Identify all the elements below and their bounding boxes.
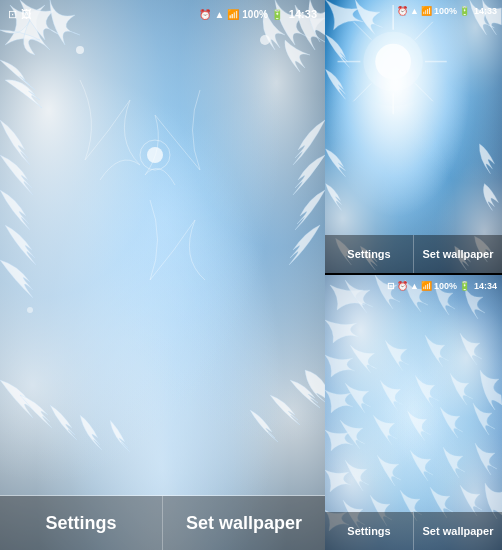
signal-icon-rb: 📶 — [421, 281, 432, 291]
svg-point-3 — [260, 35, 270, 45]
status-bar-right-bottom: ⊡ ⏰ ▲ 📶 100% 🔋 14:34 — [325, 275, 502, 297]
time-rt: 14:33 — [474, 6, 497, 16]
alarm-icon-rt: ⏰ — [397, 6, 408, 16]
wifi-icon-rt: ▲ — [410, 6, 419, 16]
signal-icon: 📶 — [227, 9, 239, 20]
settings-button-right-top[interactable]: Settings — [325, 235, 414, 273]
screenshot-icon: ⊡ — [8, 8, 17, 21]
bottom-bar-right-top: Settings Set wallpaper — [325, 235, 502, 273]
battery-icon-rb: 🔋 — [459, 281, 470, 291]
bottom-bar-right-bottom: Settings Set wallpaper — [325, 512, 502, 550]
bottom-bar-left: Settings Set wallpaper — [0, 495, 325, 550]
status-left-icons: ⊡ 🖼 — [8, 8, 32, 21]
wifi-icon: ▲ — [214, 9, 224, 20]
svg-point-0 — [147, 147, 163, 163]
status-bar-right-top: ⏰ ▲ 📶 100% 🔋 14:33 — [325, 0, 502, 22]
set-wallpaper-button-left[interactable]: Set wallpaper — [163, 496, 325, 550]
set-wallpaper-button-right-top[interactable]: Set wallpaper — [414, 235, 502, 273]
status-right-icons: ⏰ ▲ 📶 100% 🔋 14:33 — [199, 8, 317, 20]
left-panel: ⊡ 🖼 ⏰ ▲ 📶 100% 🔋 14:33 Settings Set wall… — [0, 0, 325, 550]
set-wallpaper-button-right-bottom[interactable]: Set wallpaper — [414, 512, 502, 550]
signal-icon-rt: 📶 — [421, 6, 432, 16]
ice-crystals-right-top — [325, 0, 502, 273]
time-rb: 14:34 — [474, 281, 497, 291]
ice-crystals-left — [0, 0, 325, 550]
status-right-top-icons-group: ⏰ ▲ 📶 100% 🔋 14:33 — [397, 6, 497, 16]
alarm-icon: ⏰ — [199, 9, 211, 20]
battery-icon-rt: 🔋 — [459, 6, 470, 16]
svg-point-2 — [76, 46, 84, 54]
screenshot-icon-rb: ⊡ — [387, 281, 395, 291]
battery-rt: 100% — [434, 6, 457, 16]
wifi-icon-rb: ▲ — [410, 281, 419, 291]
ice-crystals-right-bottom — [325, 275, 502, 550]
battery-text: 100% — [242, 9, 268, 20]
svg-point-4 — [27, 307, 33, 313]
right-bottom-preview: ⊡ ⏰ ▲ 📶 100% 🔋 14:34 Settings Set wallpa… — [325, 275, 502, 550]
battery-rb: 100% — [434, 281, 457, 291]
image-icon: 🖼 — [21, 8, 32, 20]
settings-button-right-bottom[interactable]: Settings — [325, 512, 414, 550]
status-bar-left: ⊡ 🖼 ⏰ ▲ 📶 100% 🔋 14:33 — [0, 0, 325, 28]
time-left: 14:33 — [289, 8, 317, 20]
right-top-preview: ⏰ ▲ 📶 100% 🔋 14:33 Settings Set wallpape… — [325, 0, 502, 275]
settings-button-left[interactable]: Settings — [0, 496, 163, 550]
alarm-icon-rb: ⏰ — [397, 281, 408, 291]
battery-icon: 🔋 — [271, 9, 283, 20]
status-right-bottom-icons: ⊡ ⏰ ▲ 📶 100% 🔋 14:34 — [387, 281, 497, 291]
right-panel: ⏰ ▲ 📶 100% 🔋 14:33 Settings Set wallpape… — [325, 0, 502, 550]
